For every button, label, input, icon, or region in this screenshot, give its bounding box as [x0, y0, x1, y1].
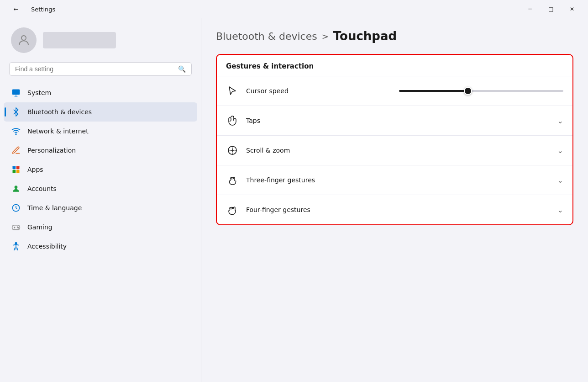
taps-control: ⌄	[557, 117, 563, 125]
cursor-speed-row[interactable]: Cursor speed	[217, 76, 572, 106]
app-body: 🔍 System Bluetooth & devi	[0, 18, 588, 382]
titlebar-controls: ─ □ ✕	[520, 2, 583, 16]
titlebar-left: ← Settings	[5, 2, 55, 16]
svg-rect-6	[16, 170, 20, 173]
apps-icon	[11, 164, 21, 175]
sidebar-item-gaming[interactable]: Gaming	[4, 218, 197, 237]
taps-icon	[226, 114, 239, 127]
scroll-zoom-control: ⌄	[557, 146, 563, 155]
three-finger-icon	[226, 174, 239, 186]
section-title: Gestures & interaction	[217, 55, 572, 76]
sidebar-item-accounts[interactable]: Accounts	[4, 179, 197, 198]
cursor-speed-slider[interactable]	[399, 90, 563, 92]
taps-label: Taps	[246, 117, 550, 124]
maximize-button[interactable]: □	[541, 2, 562, 16]
three-finger-control: ⌄	[557, 176, 563, 185]
sidebar-item-accessibility[interactable]: Accessibility	[4, 237, 197, 256]
sidebar-item-network-label: Network & internet	[27, 127, 89, 135]
breadcrumb-current: Touchpad	[333, 29, 397, 43]
gaming-icon	[11, 222, 21, 232]
breadcrumb: Bluetooth & devices > Touchpad	[216, 29, 573, 43]
three-finger-label: Three-finger gestures	[246, 176, 550, 184]
sidebar-item-network[interactable]: Network & internet	[4, 122, 197, 141]
cursor-speed-label: Cursor speed	[246, 87, 392, 95]
avatar	[11, 27, 37, 53]
four-finger-row[interactable]: Four-finger gestures ⌄	[217, 195, 572, 224]
back-button[interactable]: ←	[5, 2, 26, 16]
username-placeholder	[43, 32, 116, 48]
svg-rect-5	[13, 170, 16, 173]
sidebar-item-apps-label: Apps	[27, 166, 43, 173]
scroll-zoom-chevron-icon: ⌄	[557, 146, 563, 155]
scroll-zoom-icon	[226, 144, 239, 157]
user-profile	[0, 18, 201, 60]
taps-row[interactable]: Taps ⌄	[217, 106, 572, 135]
four-finger-icon	[226, 203, 239, 216]
svg-rect-4	[16, 166, 20, 170]
sidebar: 🔍 System Bluetooth & devi	[0, 18, 201, 382]
sidebar-item-time-label: Time & language	[27, 204, 82, 212]
minimize-button[interactable]: ─	[520, 2, 541, 16]
breadcrumb-separator: >	[322, 32, 329, 41]
scroll-zoom-label: Scroll & zoom	[246, 147, 550, 154]
four-finger-chevron-icon: ⌄	[557, 206, 563, 214]
breadcrumb-parent[interactable]: Bluetooth & devices	[216, 31, 317, 42]
svg-rect-1	[12, 90, 20, 95]
time-icon	[11, 203, 21, 213]
sidebar-item-system-label: System	[27, 89, 51, 96]
svg-point-2	[16, 134, 16, 135]
cursor-speed-control[interactable]	[399, 90, 563, 92]
search-input[interactable]	[15, 65, 174, 73]
sidebar-item-bluetooth[interactable]: Bluetooth & devices	[4, 102, 197, 122]
system-icon	[11, 88, 21, 98]
slider-thumb[interactable]	[464, 87, 472, 95]
three-finger-chevron-icon: ⌄	[557, 176, 563, 185]
svg-point-14	[15, 243, 16, 244]
accounts-icon	[11, 184, 21, 194]
personalization-icon	[11, 145, 21, 155]
cursor-speed-icon	[226, 85, 239, 97]
sidebar-item-gaming-label: Gaming	[27, 223, 52, 231]
sidebar-item-bluetooth-label: Bluetooth & devices	[27, 108, 92, 116]
titlebar: ← Settings ─ □ ✕	[0, 0, 588, 18]
sidebar-item-accessibility-label: Accessibility	[27, 243, 67, 250]
network-icon	[11, 126, 21, 136]
sidebar-item-personalization[interactable]: Personalization	[4, 141, 197, 160]
nav-list: System Bluetooth & devices Network	[0, 83, 201, 256]
search-box[interactable]: 🔍	[9, 62, 192, 76]
taps-chevron-icon: ⌄	[557, 117, 563, 125]
svg-point-0	[21, 36, 26, 40]
sidebar-item-personalization-label: Personalization	[27, 147, 76, 154]
titlebar-title: Settings	[31, 6, 55, 13]
main-content: Bluetooth & devices > Touchpad Gestures …	[201, 18, 588, 382]
four-finger-control: ⌄	[557, 206, 563, 214]
sidebar-item-accounts-label: Accounts	[27, 185, 57, 192]
svg-point-7	[15, 186, 18, 189]
svg-rect-3	[13, 166, 16, 170]
slider-fill	[399, 90, 468, 92]
gestures-section-card: Gestures & interaction Cursor speed	[216, 54, 573, 225]
search-icon: 🔍	[178, 65, 186, 73]
sidebar-item-time[interactable]: Time & language	[4, 198, 197, 218]
bluetooth-icon	[11, 107, 21, 117]
slider-track	[399, 90, 563, 92]
sidebar-item-apps[interactable]: Apps	[4, 160, 197, 179]
scroll-zoom-row[interactable]: Scroll & zoom ⌄	[217, 135, 572, 165]
accessibility-icon	[11, 241, 21, 251]
svg-point-13	[18, 228, 19, 228]
three-finger-row[interactable]: Three-finger gestures ⌄	[217, 165, 572, 195]
four-finger-label: Four-finger gestures	[246, 206, 550, 213]
sidebar-item-system[interactable]: System	[4, 83, 197, 102]
close-button[interactable]: ✕	[562, 2, 583, 16]
